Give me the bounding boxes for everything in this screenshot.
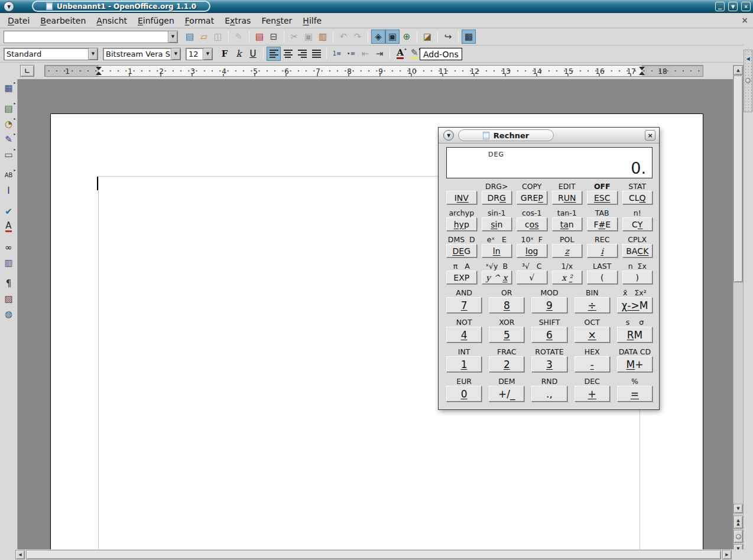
align-left-icon[interactable] [267, 47, 281, 61]
window-menu-button[interactable]: ▼ [4, 1, 14, 12]
calc-btn-5[interactable]: 5 [489, 327, 524, 343]
insert-object-icon[interactable]: ◔▸ [1, 116, 17, 132]
menu-bearbeiten[interactable]: Bearbeiten [35, 15, 91, 27]
calc-btn-x-to-memory[interactable]: χ->M [617, 297, 653, 313]
underline-button[interactable]: U [246, 47, 260, 61]
scroll-up-icon[interactable]: ▲ [733, 66, 743, 75]
menu-extras[interactable]: Extras [219, 15, 256, 27]
right-indent-marker[interactable] [639, 71, 645, 75]
menu-fenster[interactable]: Fenster [256, 15, 297, 27]
calc-btn-open-paren[interactable]: ( [587, 271, 618, 284]
menu-ansicht[interactable]: Ansicht [91, 15, 132, 27]
menu-format[interactable]: Format [180, 15, 219, 27]
form-functions-icon[interactable]: ▭▸ [1, 147, 17, 162]
bullet-list-icon[interactable]: •≡ [344, 47, 358, 61]
menu-hilfe[interactable]: Hilfe [297, 15, 327, 27]
align-justify-icon[interactable] [309, 47, 323, 61]
align-center-icon[interactable] [281, 47, 295, 61]
calc-btn-4[interactable]: 4 [446, 327, 482, 343]
italic-button[interactable]: k [232, 47, 246, 61]
tab-type-button[interactable]: ∟ [20, 65, 34, 77]
calc-btn-m-plus[interactable]: M+ [617, 356, 653, 372]
calc-btn-exp[interactable]: EXP [446, 271, 477, 284]
splitter-handle-icon[interactable] [745, 78, 751, 83]
close-button[interactable]: × [741, 2, 751, 11]
bold-button[interactable]: F [218, 47, 232, 61]
menu-datei[interactable]: Datei [2, 15, 35, 27]
calc-btn-clq[interactable]: CLQ [622, 191, 653, 204]
calc-btn-equals[interactable]: = [617, 386, 653, 402]
print-icon[interactable]: ⊟ [267, 30, 281, 44]
calc-btn-cos[interactable]: cos [517, 217, 547, 231]
calc-btn-7[interactable]: 7 [446, 297, 482, 313]
font-color-icon[interactable]: A▸ [393, 47, 407, 61]
hyperlink-dialog-icon[interactable]: ⊕ [400, 30, 414, 44]
window-titlebar[interactable]: ▼ Unbenannt1 - OpenOffice.org 1.1.0 ▁ ▼ … [0, 0, 753, 13]
calc-btn-esc[interactable]: ESC [587, 191, 618, 204]
calc-btn-x-squared[interactable]: x ² [552, 271, 583, 284]
calculator-close-button[interactable]: × [645, 130, 655, 141]
calc-btn-hyp[interactable]: hyp [446, 217, 477, 231]
nonprinting-characters-icon[interactable]: ¶ [1, 276, 17, 291]
font-size-combo[interactable]: 12 ▼ [186, 48, 213, 60]
url-dropdown-icon[interactable]: ▼ [168, 31, 177, 43]
font-name-combo[interactable]: Bitstream Vera S ▼ [103, 48, 181, 60]
horizontal-scroll-thumb[interactable] [26, 550, 721, 559]
calc-btn-6[interactable]: 6 [531, 327, 567, 343]
calc-btn-plus[interactable]: + [575, 386, 610, 402]
font-dropdown-icon[interactable]: ▼ [171, 48, 180, 60]
vertical-scrollbar[interactable]: ▲ ▼ ▲▲ ▼▼ [733, 65, 744, 560]
navigator-icon[interactable]: ◈ [371, 30, 385, 44]
horizontal-scrollbar[interactable]: ◀ ▶ [0, 549, 753, 560]
calc-btn-y-power-x[interactable]: y ^ x [482, 271, 512, 284]
calc-btn-inv[interactable]: INV [446, 191, 477, 204]
menu-einfgen[interactable]: Einfügen [132, 15, 180, 27]
url-input[interactable] [4, 31, 168, 43]
export-pdf-icon[interactable]: ▤ [252, 30, 267, 44]
right-indent-marker-top[interactable] [639, 67, 645, 70]
online-layout-icon[interactable]: ◍ [1, 307, 17, 322]
dock-splitter-strip[interactable]: ◀ [744, 50, 752, 112]
calc-btn-3[interactable]: 3 [531, 356, 567, 372]
calc-btn-ln[interactable]: ln [482, 244, 512, 258]
calc-btn-cy[interactable]: CY [622, 217, 653, 231]
insert-fields-icon[interactable]: ▤▸ [1, 101, 17, 116]
size-dropdown-icon[interactable]: ▼ [203, 48, 212, 60]
calculator-titlebar[interactable]: ▼ Rechner × [439, 128, 659, 144]
open-document-icon[interactable]: ▱ [197, 30, 211, 44]
calc-btn-grep[interactable]: GREP [517, 191, 547, 204]
navigation-button[interactable] [733, 530, 743, 543]
minimize-button[interactable]: ▁ [715, 2, 725, 11]
first-line-indent-marker[interactable] [96, 67, 102, 70]
find-replace-icon[interactable]: ∞ [1, 240, 17, 255]
insert-table-icon[interactable]: ▦▸ [1, 80, 17, 96]
calc-btn-9[interactable]: 9 [531, 297, 567, 313]
calc-btn-sin[interactable]: sin [482, 217, 512, 231]
hide-panel-icon[interactable]: ◀ [746, 56, 749, 61]
scroll-right-icon[interactable]: ▶ [722, 550, 732, 559]
calc-btn-minus[interactable]: - [575, 356, 610, 372]
calc-btn-deg[interactable]: DEG [446, 244, 477, 258]
auto-spellcheck-icon[interactable]: A [1, 219, 17, 235]
calc-btn-0[interactable]: 0 [446, 386, 482, 402]
calc-btn-tan[interactable]: tan [552, 217, 583, 231]
vertical-scroll-thumb[interactable] [733, 76, 743, 282]
calc-btn-i[interactable]: i [587, 244, 618, 258]
calc-btn-divide[interactable]: ÷ [575, 297, 610, 313]
calc-btn-close-paren[interactable]: ) [622, 271, 653, 284]
calc-btn-2[interactable]: 2 [489, 356, 524, 372]
graphics-onoff-icon[interactable]: ▨ [1, 291, 17, 307]
autotext-icon[interactable]: AB▸ [1, 168, 17, 183]
calc-btn-decimal-point[interactable]: ., [531, 386, 567, 402]
style-dropdown-icon[interactable]: ▼ [88, 48, 98, 60]
autopilot-icon[interactable]: ↪ [441, 30, 455, 44]
increase-indent-icon[interactable]: ⇥ [372, 47, 387, 61]
scroll-left-icon[interactable]: ◀ [15, 550, 25, 559]
calc-btn-sign-toggle[interactable]: +/_ [489, 386, 524, 402]
paragraph-style-combo[interactable]: Standard ▼ [4, 48, 98, 60]
calc-btn-back[interactable]: BACK [622, 244, 653, 258]
url-combo[interactable]: ▼ [4, 31, 178, 43]
previous-page-button[interactable]: ▲▲ [733, 516, 743, 529]
calc-btn-log[interactable]: log [517, 244, 547, 258]
calc-btn-8[interactable]: 8 [489, 297, 524, 313]
